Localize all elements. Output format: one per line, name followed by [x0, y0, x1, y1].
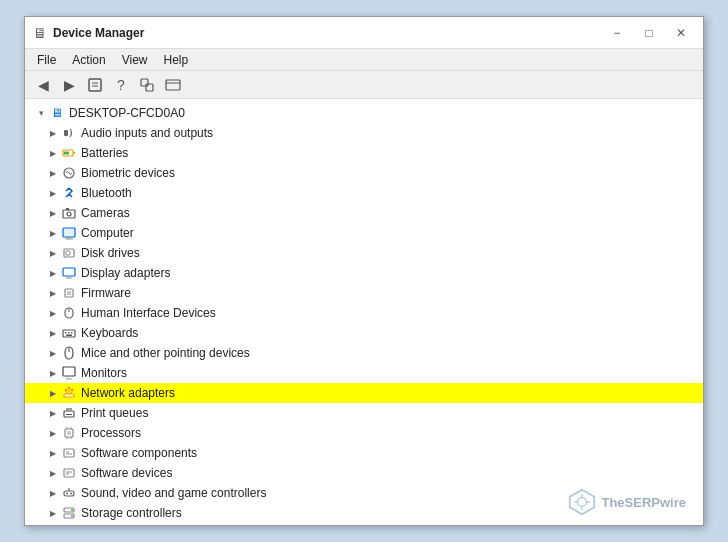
svg-marker-83: [570, 490, 595, 515]
expand-arrow: ▶: [45, 225, 61, 241]
tree-root-item[interactable]: ▾ 🖥 DESKTOP-CFCD0A0: [25, 103, 703, 123]
tree-item[interactable]: ▶System devices: [25, 523, 703, 525]
svg-point-39: [68, 387, 71, 390]
device-label: Software devices: [81, 466, 172, 480]
expand-arrow: ▶: [45, 245, 61, 261]
toolbar: ◀ ▶ ?: [25, 71, 703, 99]
menu-view[interactable]: View: [114, 51, 156, 69]
device-label: Firmware: [81, 286, 131, 300]
device-label: Keyboards: [81, 326, 138, 340]
close-button[interactable]: ✕: [667, 23, 695, 43]
expand-arrow: ▶: [45, 305, 61, 321]
svg-rect-31: [71, 332, 73, 334]
expand-arrow: ▶: [45, 185, 61, 201]
device-icon: [61, 225, 77, 241]
svg-rect-46: [66, 414, 72, 415]
tree-item[interactable]: ▶Disk drives: [25, 243, 703, 263]
tree-item[interactable]: ▶Network adapters: [25, 383, 703, 403]
svg-point-60: [66, 493, 68, 495]
tree-item[interactable]: ▶Firmware: [25, 283, 703, 303]
svg-point-40: [71, 389, 74, 392]
tree-item[interactable]: ▶Display adapters: [25, 263, 703, 283]
svg-rect-5: [166, 80, 180, 90]
watermark-logo-icon: [568, 488, 596, 516]
tree-item[interactable]: ▶Cameras: [25, 203, 703, 223]
tree-item[interactable]: ▶Keyboards: [25, 323, 703, 343]
device-icon: [61, 185, 77, 201]
svg-rect-30: [68, 332, 70, 334]
expand-arrow: ▶: [45, 285, 61, 301]
device-label: Processors: [81, 426, 141, 440]
menu-action[interactable]: Action: [64, 51, 113, 69]
tree-item[interactable]: ▶Biometric devices: [25, 163, 703, 183]
expand-arrow: ▶: [45, 425, 61, 441]
expand-arrow-root: ▾: [33, 105, 49, 121]
tree-item[interactable]: ▶Mice and other pointing devices: [25, 343, 703, 363]
tree-item[interactable]: ▶Computer: [25, 223, 703, 243]
title-bar: 🖥 Device Manager − □ ✕: [25, 17, 703, 49]
tree-item[interactable]: ▶Software devices: [25, 463, 703, 483]
device-icon: [61, 485, 77, 501]
forward-button[interactable]: ▶: [57, 74, 81, 96]
watermark: TheSERPwire: [568, 488, 686, 516]
tree-item[interactable]: ▶Human Interface Devices: [25, 303, 703, 323]
device-label: Cameras: [81, 206, 130, 220]
tree-item[interactable]: ▶Software components: [25, 443, 703, 463]
device-label: Print queues: [81, 406, 148, 420]
svg-point-65: [71, 509, 73, 511]
svg-point-61: [70, 493, 72, 495]
device-icon: [61, 205, 77, 221]
scan-button[interactable]: [135, 74, 159, 96]
device-icon: [61, 125, 77, 141]
svg-rect-23: [65, 289, 73, 297]
device-icon: [61, 165, 77, 181]
device-label: Storage controllers: [81, 506, 182, 520]
menu-help[interactable]: Help: [156, 51, 197, 69]
svg-rect-10: [64, 152, 69, 155]
expand-arrow: ▶: [45, 325, 61, 341]
svg-point-84: [578, 498, 587, 507]
tree-item[interactable]: ▶Batteries: [25, 143, 703, 163]
expand-arrow: ▶: [45, 445, 61, 461]
expand-arrow: ▶: [45, 265, 61, 281]
tree-item[interactable]: ▶Processors: [25, 423, 703, 443]
tree-item[interactable]: ▶Print queues: [25, 403, 703, 423]
expand-arrow: ▶: [45, 385, 61, 401]
update-button[interactable]: [161, 74, 185, 96]
device-icon: [61, 465, 77, 481]
device-label: Mice and other pointing devices: [81, 346, 250, 360]
device-label: Biometric devices: [81, 166, 175, 180]
device-label: Disk drives: [81, 246, 140, 260]
svg-rect-53: [64, 449, 74, 457]
tree-item[interactable]: ▶Monitors: [25, 363, 703, 383]
svg-point-38: [65, 389, 68, 392]
properties-button[interactable]: [83, 74, 107, 96]
svg-rect-34: [63, 367, 75, 376]
svg-point-13: [67, 212, 71, 216]
svg-rect-32: [66, 335, 72, 337]
menu-file[interactable]: File: [29, 51, 64, 69]
minimize-button[interactable]: −: [603, 23, 631, 43]
svg-rect-15: [63, 228, 75, 237]
root-label: DESKTOP-CFCD0A0: [69, 106, 185, 120]
svg-rect-56: [64, 469, 74, 477]
svg-rect-0: [89, 79, 101, 91]
expand-arrow: ▶: [45, 345, 61, 361]
device-label: Computer: [81, 226, 134, 240]
maximize-button[interactable]: □: [635, 23, 663, 43]
svg-rect-20: [63, 268, 75, 276]
tree-item[interactable]: ▶Bluetooth: [25, 183, 703, 203]
device-label: Software components: [81, 446, 197, 460]
device-icon: [61, 365, 77, 381]
device-icon: [61, 145, 77, 161]
device-label: Monitors: [81, 366, 127, 380]
svg-rect-12: [63, 210, 75, 218]
tree-item[interactable]: ▶Audio inputs and outputs: [25, 123, 703, 143]
back-button[interactable]: ◀: [31, 74, 55, 96]
device-tree: ▾ 🖥 DESKTOP-CFCD0A0 ▶Audio inputs and ou…: [25, 99, 703, 525]
expand-arrow: ▶: [45, 125, 61, 141]
svg-rect-19: [66, 251, 70, 255]
svg-rect-29: [65, 332, 67, 334]
help-button[interactable]: ?: [109, 74, 133, 96]
device-icon: [61, 325, 77, 341]
